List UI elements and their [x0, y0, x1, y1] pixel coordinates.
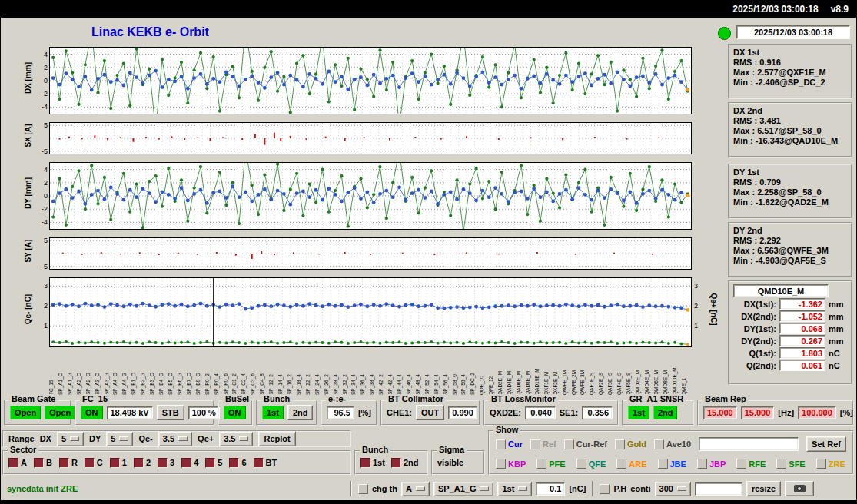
sector-item-3[interactable]: 3 [158, 458, 174, 468]
checkbox[interactable] [34, 458, 44, 468]
show-are-item[interactable]: ARE [616, 459, 646, 469]
checkbox[interactable] [776, 459, 786, 469]
sector-item-1[interactable]: 1 [110, 458, 127, 468]
checkbox[interactable] [736, 459, 746, 469]
ph-checkbox[interactable] [600, 484, 610, 494]
monitor-row: DX(2nd):-1.052mm [733, 310, 847, 322]
checkbox[interactable] [564, 439, 574, 449]
show-ref-item[interactable]: Ref [530, 439, 556, 449]
checkbox[interactable] [658, 459, 668, 469]
resize-button[interactable]: resize [746, 481, 781, 496]
checkbox[interactable] [391, 458, 401, 468]
gr-a1-1st-button[interactable]: 1st [628, 406, 649, 419]
gr-a1-2nd-button[interactable]: 2nd [653, 406, 678, 419]
replot-button[interactable]: Replot [258, 431, 295, 446]
sigma-visible-item[interactable]: visible [437, 458, 463, 467]
x-axis-label: FC_15 [49, 347, 58, 395]
checkbox[interactable] [205, 458, 215, 468]
show-cur-item[interactable]: Cur [496, 439, 523, 449]
x-axis-label: QAD8E_M [526, 347, 535, 395]
conti-label: conti [630, 484, 650, 493]
fc15-stb-button[interactable]: STB [157, 405, 184, 420]
show-pfe-item[interactable]: PFE [536, 459, 565, 469]
checkbox[interactable] [85, 458, 95, 468]
stats-rms: RMS : 3.481 [733, 116, 847, 125]
range-dy-menu[interactable]: 5 [106, 432, 133, 446]
sector-item-r[interactable]: R [59, 458, 78, 468]
fc15-kv-field[interactable]: 18.498 kV [107, 406, 153, 419]
checkbox[interactable] [59, 458, 69, 468]
checkbox[interactable] [654, 439, 664, 449]
sector-item-a[interactable]: A [8, 458, 27, 468]
beam-gate-open2-button[interactable]: Open [45, 406, 75, 419]
range-dx-menu[interactable]: 5 [57, 432, 84, 446]
ee-ratio-field[interactable]: 96.5 [327, 406, 354, 419]
x-axis-label: SP_R0_4 [214, 347, 224, 395]
show-zre-item[interactable]: ZRE [816, 459, 845, 469]
checkbox[interactable] [158, 458, 168, 468]
checkbox[interactable] [110, 458, 120, 468]
sector-item-c[interactable]: C [85, 458, 103, 468]
interval-menu[interactable]: 300 [655, 482, 691, 496]
checkbox[interactable] [134, 458, 144, 468]
sector-item-5[interactable]: 5 [205, 458, 222, 468]
bunch-menu[interactable]: 1st [497, 482, 532, 496]
sector-item-6[interactable]: 6 [229, 458, 246, 468]
bunch-2nd-item[interactable]: 2nd [391, 458, 419, 468]
sector-item-b[interactable]: B [34, 458, 52, 468]
set-ref-button[interactable]: Set Ref [806, 436, 846, 452]
bunch-1st-button[interactable]: 1st [262, 406, 284, 419]
show-ave10-item[interactable]: Ave10 [654, 439, 691, 449]
chg-th-checkbox[interactable] [358, 484, 368, 494]
show-cur-ref-item[interactable]: Cur-Ref [564, 439, 607, 449]
busel-on-button[interactable]: ON [224, 406, 246, 419]
range-qem-menu[interactable]: 3.5 [158, 432, 192, 446]
show-qfe-item[interactable]: QFE [576, 459, 606, 469]
checkbox[interactable] [181, 458, 191, 468]
sector-item-bt[interactable]: BT [254, 458, 277, 468]
checkbox[interactable] [616, 459, 626, 469]
sector-item-4[interactable]: 4 [181, 458, 198, 468]
blank-field[interactable] [695, 482, 742, 496]
checkbox[interactable] [530, 439, 540, 449]
checkbox[interactable] [496, 459, 506, 469]
checkbox[interactable] [496, 439, 506, 449]
beam-gate-open1-button[interactable]: Open [10, 406, 41, 419]
monitor-value: -1.362 [779, 298, 825, 310]
y-right-tick-label: 3 [694, 282, 705, 290]
show-label: KBP [508, 459, 526, 469]
show-gold-item[interactable]: Gold [615, 439, 646, 449]
ref-name-input[interactable] [699, 437, 799, 451]
checkbox[interactable] [8, 458, 18, 468]
qxd2e-value-field: 0.040 [525, 406, 556, 419]
x-axis-label: SP_A4_G [122, 347, 131, 395]
checkbox[interactable] [254, 458, 264, 468]
sector-item-2[interactable]: 2 [134, 458, 151, 468]
show-jbe-item[interactable]: JBE [658, 459, 686, 469]
show-rfe-item[interactable]: RFE [736, 459, 766, 469]
show-kbp-item[interactable]: KBP [496, 459, 526, 469]
checkbox[interactable] [816, 459, 826, 469]
show-jbp-item[interactable]: JBP [697, 459, 726, 469]
bunch-1st-item[interactable]: 1st [360, 458, 385, 468]
status-time: 2025/12/03 03:00:18 [736, 25, 850, 39]
fc15-percent-field[interactable]: 100 % [188, 406, 220, 419]
checkbox[interactable] [697, 459, 707, 469]
show-sfe-item[interactable]: SFE [776, 459, 805, 469]
group-title: Sigma [437, 445, 467, 454]
bunch-2nd-button[interactable]: 2nd [287, 405, 314, 420]
checkbox[interactable] [229, 458, 239, 468]
element-menu[interactable]: SP_A1_G [433, 482, 494, 496]
x-axis-label: QAD6E_M [517, 347, 526, 395]
range-qep-menu[interactable]: 3.5 [219, 432, 253, 446]
che1-out-button[interactable]: OUT [416, 405, 444, 420]
fc15-on-button[interactable]: ON [81, 406, 103, 419]
threshold-field[interactable]: 0.1 [536, 482, 565, 496]
checkbox[interactable] [360, 458, 370, 468]
checkbox[interactable] [615, 439, 625, 449]
x-axis-label: SP_A3_C [95, 347, 105, 395]
sector-menu[interactable]: A [401, 482, 430, 496]
screenshot-button[interactable] [785, 481, 814, 496]
checkbox[interactable] [576, 459, 586, 469]
checkbox[interactable] [536, 459, 546, 469]
